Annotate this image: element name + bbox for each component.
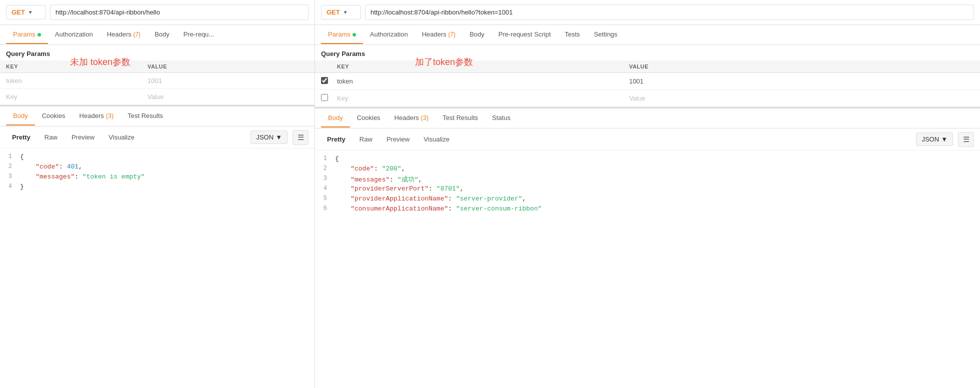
left-resp-headers-badge: (3) bbox=[106, 112, 114, 120]
left-code-line-1: 1 { bbox=[0, 152, 314, 162]
left-resp-tab-cookies[interactable]: Cookies bbox=[35, 107, 72, 126]
left-resp-tab-body[interactable]: Body bbox=[6, 107, 35, 126]
left-tabs-bar: Params Authorization Headers (7) Body Pr… bbox=[0, 25, 314, 45]
right-response-section: Body Cookies Headers (3) Test Results St… bbox=[315, 107, 980, 388]
left-format-pretty[interactable]: Pretty bbox=[6, 131, 36, 144]
right-params-table: KEY VALUE token 1001 Key Value bbox=[315, 60, 980, 107]
right-tab-headers[interactable]: Headers (7) bbox=[415, 26, 462, 44]
right-format-chevron: ▼ bbox=[941, 136, 948, 143]
right-code-line-6: 6 "consumerApplicationName": "server-con… bbox=[315, 204, 980, 214]
right-url-bar: GET ▼ bbox=[315, 0, 980, 25]
left-response-section: Body Cookies Headers (3) Test Results Pr… bbox=[0, 105, 314, 388]
right-param-checkbox-2[interactable] bbox=[315, 90, 331, 107]
right-tab-params[interactable]: Params bbox=[321, 26, 363, 44]
right-tab-authorization[interactable]: Authorization bbox=[363, 26, 415, 44]
left-tab-body[interactable]: Body bbox=[148, 26, 176, 44]
left-response-tabs: Body Cookies Headers (3) Test Results bbox=[0, 106, 314, 126]
left-code-line-3: 3 "messages": "token is empty" bbox=[0, 172, 314, 182]
left-tab-headers[interactable]: Headers (7) bbox=[100, 26, 148, 44]
right-resp-tab-body[interactable]: Body bbox=[321, 109, 350, 128]
right-param-row-2: Key Value bbox=[315, 90, 980, 107]
left-url-input[interactable] bbox=[50, 4, 308, 20]
left-format-bar: Pretty Raw Preview Visualize JSON ▼ ☰ bbox=[0, 126, 314, 148]
right-tabs-bar: Params Authorization Headers (7) Body Pr… bbox=[315, 25, 980, 45]
right-tab-settings[interactable]: Settings bbox=[587, 26, 624, 44]
right-key-header: KEY bbox=[331, 60, 623, 73]
left-format-select[interactable]: JSON ▼ bbox=[250, 130, 288, 144]
right-tab-body[interactable]: Body bbox=[462, 26, 492, 44]
left-code-area: 1 { 2 "code": 401, 3 "messages": "token … bbox=[0, 148, 314, 388]
right-code-line-4: 4 "providerServerPort": "8701", bbox=[315, 184, 980, 194]
right-format-pretty[interactable]: Pretty bbox=[321, 133, 352, 146]
left-format-visualize[interactable]: Visualize bbox=[102, 131, 140, 144]
left-format-preview[interactable]: Preview bbox=[66, 131, 100, 144]
right-param-value-2[interactable]: Value bbox=[623, 90, 980, 107]
right-method-label: GET bbox=[326, 8, 340, 16]
left-resp-tab-headers[interactable]: Headers (3) bbox=[72, 107, 121, 126]
left-tab-prerequest[interactable]: Pre-requ... bbox=[176, 26, 221, 44]
right-params-dot bbox=[352, 33, 356, 36]
right-panel: GET ▼ Params Authorization Headers (7) B… bbox=[315, 0, 980, 388]
left-tab-params[interactable]: Params bbox=[6, 26, 48, 44]
right-param-checkbox-1[interactable] bbox=[315, 73, 331, 90]
right-param-check-1[interactable] bbox=[321, 77, 328, 84]
right-code-line-5: 5 "providerApplicationName": "server-pro… bbox=[315, 194, 980, 204]
left-tab-authorization[interactable]: Authorization bbox=[48, 26, 100, 44]
left-param-row-1: token 1001 bbox=[0, 73, 314, 89]
right-tab-prerequest[interactable]: Pre-request Script bbox=[492, 26, 558, 44]
right-param-row-1: token 1001 bbox=[315, 73, 980, 90]
left-params-dot bbox=[38, 33, 41, 36]
right-value-header: VALUE bbox=[623, 60, 980, 73]
left-param-value-2[interactable]: Value bbox=[142, 89, 314, 105]
left-key-header: KEY bbox=[0, 60, 142, 73]
right-code-line-3: 3 "messages": "成功", bbox=[315, 174, 980, 184]
left-resp-tab-testresults[interactable]: Test Results bbox=[120, 107, 170, 126]
left-method-label: GET bbox=[12, 8, 25, 16]
right-code-line-2: 2 "code": "200", bbox=[315, 164, 980, 174]
left-method-selector[interactable]: GET ▼ bbox=[6, 5, 46, 20]
right-response-tabs: Body Cookies Headers (3) Test Results St… bbox=[315, 108, 980, 128]
left-params-table: KEY VALUE token 1001 Key Value bbox=[0, 60, 314, 105]
left-code-line-4: 4 } bbox=[0, 182, 314, 192]
right-tab-tests[interactable]: Tests bbox=[558, 26, 587, 44]
right-param-key-1[interactable]: token bbox=[331, 73, 623, 90]
left-code-line-2: 2 "code": 401, bbox=[0, 162, 314, 172]
left-param-key-2[interactable]: Key bbox=[0, 89, 142, 105]
left-param-row-2: Key Value bbox=[0, 89, 314, 105]
right-query-params-title: Query Params bbox=[315, 45, 980, 60]
left-params-section: Query Params 未加 token参数 KEY VALUE token … bbox=[0, 45, 314, 105]
right-url-input[interactable] bbox=[365, 4, 974, 20]
right-param-check-2[interactable] bbox=[321, 94, 328, 101]
left-query-params-title: Query Params bbox=[0, 45, 314, 60]
right-wrap-btn[interactable]: ☰ bbox=[958, 132, 974, 147]
right-resp-tab-status[interactable]: Status bbox=[485, 109, 518, 128]
right-checkbox-header bbox=[315, 60, 331, 73]
left-url-bar: GET ▼ bbox=[0, 0, 314, 25]
left-format-raw[interactable]: Raw bbox=[38, 131, 64, 144]
right-params-section: Query Params 加了token参数 KEY VALUE token 1… bbox=[315, 45, 980, 107]
right-resp-tab-headers[interactable]: Headers (3) bbox=[388, 109, 436, 128]
left-param-value-1[interactable]: 1001 bbox=[142, 73, 314, 89]
right-resp-tab-testresults[interactable]: Test Results bbox=[436, 109, 485, 128]
left-format-chevron: ▼ bbox=[276, 134, 282, 141]
right-code-area: 1 { 2 "code": "200", 3 "messages": "成功",… bbox=[315, 150, 980, 388]
right-method-selector[interactable]: GET ▼ bbox=[321, 5, 361, 20]
right-method-chevron: ▼ bbox=[343, 10, 348, 15]
left-headers-badge: (7) bbox=[133, 31, 140, 38]
right-resp-headers-badge: (3) bbox=[420, 114, 428, 122]
right-param-key-2[interactable]: Key bbox=[331, 90, 623, 107]
left-param-key-1[interactable]: token bbox=[0, 73, 142, 89]
right-format-visualize[interactable]: Visualize bbox=[418, 133, 456, 146]
right-code-line-1: 1 { bbox=[315, 154, 980, 164]
left-wrap-btn[interactable]: ☰ bbox=[292, 130, 308, 145]
right-format-preview[interactable]: Preview bbox=[380, 133, 416, 146]
left-value-header: VALUE bbox=[142, 60, 314, 73]
left-method-chevron: ▼ bbox=[28, 10, 33, 15]
right-format-select[interactable]: JSON ▼ bbox=[916, 132, 953, 146]
left-panel: GET ▼ Params Authorization Headers (7) B… bbox=[0, 0, 315, 388]
right-param-value-1[interactable]: 1001 bbox=[623, 73, 980, 90]
right-format-raw[interactable]: Raw bbox=[354, 133, 378, 146]
right-resp-tab-cookies[interactable]: Cookies bbox=[350, 109, 388, 128]
right-headers-badge: (7) bbox=[448, 31, 456, 38]
right-format-bar: Pretty Raw Preview Visualize JSON ▼ ☰ bbox=[315, 128, 980, 150]
